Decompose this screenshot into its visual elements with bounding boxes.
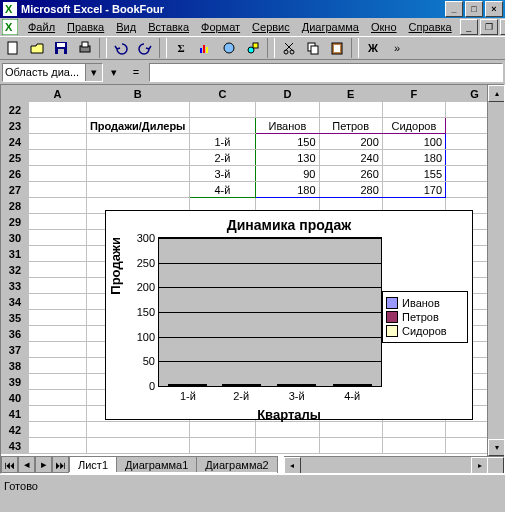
sheet-tab[interactable]: Лист1: [69, 456, 117, 472]
cell[interactable]: [382, 422, 445, 438]
maximize-button[interactable]: □: [465, 1, 483, 17]
chart-bar[interactable]: [290, 384, 303, 386]
cell[interactable]: 280: [319, 182, 382, 198]
row-header[interactable]: 25: [2, 150, 29, 166]
menu-format[interactable]: Формат: [195, 20, 246, 34]
row-header[interactable]: 36: [2, 326, 29, 342]
cell[interactable]: 90: [256, 166, 319, 182]
cell[interactable]: [319, 102, 382, 118]
cell[interactable]: [28, 102, 86, 118]
chart-bar[interactable]: [346, 384, 359, 386]
open-button[interactable]: [26, 37, 48, 59]
row-header[interactable]: 24: [2, 134, 29, 150]
menu-chart[interactable]: Диаграмма: [296, 20, 365, 34]
child-minimize-button[interactable]: _: [460, 19, 478, 35]
cell[interactable]: [28, 166, 86, 182]
cell[interactable]: 150: [256, 134, 319, 150]
sheet-tab[interactable]: Диаграмма1: [116, 456, 197, 472]
row-header[interactable]: 32: [2, 262, 29, 278]
row-header[interactable]: 22: [2, 102, 29, 118]
cell[interactable]: [86, 150, 189, 166]
cell[interactable]: [256, 102, 319, 118]
cell[interactable]: Сидоров: [382, 118, 445, 134]
cut-button[interactable]: [278, 37, 300, 59]
formula-input[interactable]: [149, 63, 503, 82]
cell[interactable]: [28, 182, 86, 198]
workbook-icon[interactable]: X: [2, 19, 18, 35]
undo-button[interactable]: [110, 37, 132, 59]
row-header[interactable]: 33: [2, 278, 29, 294]
menu-file[interactable]: Файл: [22, 20, 61, 34]
row-header[interactable]: 40: [2, 390, 29, 406]
tab-last-button[interactable]: ⏭: [52, 456, 69, 473]
sheet-tab[interactable]: Диаграмма2: [196, 456, 277, 472]
cell[interactable]: [319, 438, 382, 454]
chart-bar[interactable]: [303, 384, 316, 386]
cell[interactable]: 170: [382, 182, 445, 198]
cell[interactable]: [86, 102, 189, 118]
cell[interactable]: 180: [256, 182, 319, 198]
cell[interactable]: 4-й: [189, 182, 256, 198]
column-header[interactable]: F: [382, 86, 445, 102]
row-header[interactable]: 23: [2, 118, 29, 134]
row-header[interactable]: 43: [2, 438, 29, 454]
embedded-chart[interactable]: Динамика продаж Продажи 0501001502002503…: [105, 210, 473, 420]
menu-tools[interactable]: Сервис: [246, 20, 296, 34]
cell[interactable]: [256, 438, 319, 454]
cell[interactable]: [28, 230, 86, 246]
menu-view[interactable]: Вид: [110, 20, 142, 34]
chart-bar[interactable]: [168, 384, 181, 386]
row-header[interactable]: 30: [2, 230, 29, 246]
new-button[interactable]: [2, 37, 24, 59]
tab-first-button[interactable]: ⏮: [1, 456, 18, 473]
chart-bar[interactable]: [181, 384, 194, 386]
menu-edit[interactable]: Правка: [61, 20, 110, 34]
cell[interactable]: [28, 262, 86, 278]
cell[interactable]: [86, 134, 189, 150]
equals-button[interactable]: =: [123, 66, 149, 78]
horizontal-scrollbar[interactable]: ◂ ▸: [284, 456, 504, 473]
row-header[interactable]: 41: [2, 406, 29, 422]
legend-item[interactable]: Иванов: [386, 297, 464, 309]
cell[interactable]: [28, 422, 86, 438]
cell[interactable]: [28, 246, 86, 262]
column-header[interactable]: C: [189, 86, 256, 102]
more-buttons[interactable]: »: [386, 37, 408, 59]
column-header[interactable]: B: [86, 86, 189, 102]
cell[interactable]: [28, 294, 86, 310]
cell[interactable]: [28, 150, 86, 166]
row-header[interactable]: 38: [2, 358, 29, 374]
child-close-button[interactable]: ×: [500, 19, 505, 35]
row-header[interactable]: 35: [2, 310, 29, 326]
edit-formula-dropdown[interactable]: ▾: [105, 63, 123, 82]
worksheet-area[interactable]: ABCDEFG2223Продажи/ДилерыИвановПетровСид…: [0, 84, 505, 474]
cell[interactable]: [86, 166, 189, 182]
cell[interactable]: [86, 438, 189, 454]
chart-plot-area[interactable]: Продажи 0501001502002503001-й2-й3-й4-й: [158, 237, 382, 387]
cell[interactable]: [28, 134, 86, 150]
cell[interactable]: [28, 310, 86, 326]
chart-wizard-button[interactable]: [194, 37, 216, 59]
cell[interactable]: [86, 182, 189, 198]
row-header[interactable]: 39: [2, 374, 29, 390]
cell[interactable]: Петров: [319, 118, 382, 134]
cell[interactable]: [319, 422, 382, 438]
chart-legend[interactable]: ИвановПетровСидоров: [382, 291, 468, 343]
cell[interactable]: [189, 118, 256, 134]
copy-button[interactable]: [302, 37, 324, 59]
scroll-left-button[interactable]: ◂: [284, 457, 301, 474]
autosum-button[interactable]: Σ: [170, 37, 192, 59]
cell[interactable]: Иванов: [256, 118, 319, 134]
row-header[interactable]: 26: [2, 166, 29, 182]
row-header[interactable]: 29: [2, 214, 29, 230]
x-axis-title[interactable]: Кварталы: [106, 407, 472, 422]
redo-button[interactable]: [134, 37, 156, 59]
row-header[interactable]: 31: [2, 246, 29, 262]
cell[interactable]: [28, 438, 86, 454]
cell[interactable]: [28, 214, 86, 230]
chart-bar[interactable]: [277, 384, 290, 386]
cell[interactable]: [382, 102, 445, 118]
cell[interactable]: [256, 422, 319, 438]
scroll-right-button[interactable]: ▸: [471, 457, 488, 474]
cell[interactable]: 3-й: [189, 166, 256, 182]
